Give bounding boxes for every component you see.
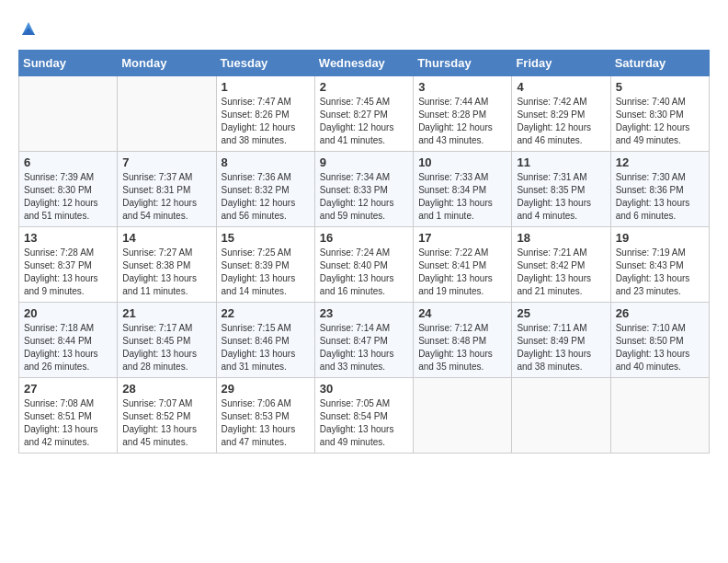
day-number: 13 xyxy=(24,231,112,245)
calendar-day-cell: 14Sunrise: 7:27 AMSunset: 8:38 PMDayligh… xyxy=(118,227,216,303)
day-number: 4 xyxy=(517,80,605,94)
day-info: Sunrise: 7:37 AMSunset: 8:31 PMDaylight:… xyxy=(122,171,210,223)
day-info: Sunrise: 7:40 AMSunset: 8:30 PMDaylight:… xyxy=(616,96,704,147)
day-info: Sunrise: 7:25 AMSunset: 8:39 PMDaylight:… xyxy=(222,247,310,298)
calendar-day-cell: 20Sunrise: 7:18 AMSunset: 8:44 PMDayligh… xyxy=(19,303,118,378)
calendar-table: SundayMondayTuesdayWednesdayThursdayFrid… xyxy=(18,50,710,454)
day-info: Sunrise: 7:24 AMSunset: 8:40 PMDaylight:… xyxy=(320,247,408,298)
weekday-header: Sunday xyxy=(19,51,118,76)
calendar-day-cell: 26Sunrise: 7:10 AMSunset: 8:50 PMDayligh… xyxy=(610,303,709,378)
calendar-day-cell: 8Sunrise: 7:36 AMSunset: 8:32 PMDaylight… xyxy=(216,152,314,227)
weekday-header: Wednesday xyxy=(314,51,413,76)
calendar-day-cell: 4Sunrise: 7:42 AMSunset: 8:29 PMDaylight… xyxy=(512,76,610,152)
calendar-day-cell: 22Sunrise: 7:15 AMSunset: 8:46 PMDayligh… xyxy=(216,303,314,378)
day-info: Sunrise: 7:39 AMSunset: 8:30 PMDaylight:… xyxy=(24,171,112,223)
calendar-day-cell: 16Sunrise: 7:24 AMSunset: 8:40 PMDayligh… xyxy=(314,227,413,303)
day-number: 5 xyxy=(616,80,704,94)
day-number: 25 xyxy=(517,306,605,320)
weekday-header: Tuesday xyxy=(216,51,314,76)
day-number: 26 xyxy=(616,306,704,320)
day-number: 7 xyxy=(122,155,210,169)
weekday-header-row: SundayMondayTuesdayWednesdayThursdayFrid… xyxy=(19,51,710,76)
day-number: 18 xyxy=(517,231,605,245)
calendar-day-cell: 19Sunrise: 7:19 AMSunset: 8:43 PMDayligh… xyxy=(610,227,709,303)
day-info: Sunrise: 7:30 AMSunset: 8:36 PMDaylight:… xyxy=(616,171,704,223)
day-info: Sunrise: 7:08 AMSunset: 8:51 PMDaylight:… xyxy=(24,397,112,449)
calendar-day-cell: 5Sunrise: 7:40 AMSunset: 8:30 PMDaylight… xyxy=(610,76,709,152)
calendar-day-cell xyxy=(118,76,216,152)
calendar-day-cell: 28Sunrise: 7:07 AMSunset: 8:52 PMDayligh… xyxy=(118,378,216,454)
day-number: 30 xyxy=(320,382,408,396)
calendar-day-cell: 25Sunrise: 7:11 AMSunset: 8:49 PMDayligh… xyxy=(512,303,610,378)
day-info: Sunrise: 7:11 AMSunset: 8:49 PMDaylight:… xyxy=(517,322,605,373)
page-header xyxy=(18,18,710,39)
calendar-week-row: 20Sunrise: 7:18 AMSunset: 8:44 PMDayligh… xyxy=(19,303,710,378)
calendar-day-cell: 30Sunrise: 7:05 AMSunset: 8:54 PMDayligh… xyxy=(314,378,413,454)
day-info: Sunrise: 7:21 AMSunset: 8:42 PMDaylight:… xyxy=(517,247,605,298)
calendar-day-cell: 3Sunrise: 7:44 AMSunset: 8:28 PMDaylight… xyxy=(414,76,512,152)
calendar-day-cell: 2Sunrise: 7:45 AMSunset: 8:27 PMDaylight… xyxy=(314,76,413,152)
weekday-header: Friday xyxy=(512,51,610,76)
calendar-week-row: 13Sunrise: 7:28 AMSunset: 8:37 PMDayligh… xyxy=(19,227,710,303)
calendar-day-cell xyxy=(414,378,512,454)
day-info: Sunrise: 7:28 AMSunset: 8:37 PMDaylight:… xyxy=(24,247,112,298)
day-number: 19 xyxy=(616,231,704,245)
day-number: 15 xyxy=(222,231,310,245)
calendar-day-cell xyxy=(610,378,709,454)
weekday-header: Saturday xyxy=(610,51,709,76)
day-info: Sunrise: 7:27 AMSunset: 8:38 PMDaylight:… xyxy=(122,247,210,298)
day-info: Sunrise: 7:33 AMSunset: 8:34 PMDaylight:… xyxy=(418,171,506,223)
day-info: Sunrise: 7:36 AMSunset: 8:32 PMDaylight:… xyxy=(222,171,310,223)
day-number: 24 xyxy=(418,306,506,320)
calendar-day-cell: 29Sunrise: 7:06 AMSunset: 8:53 PMDayligh… xyxy=(216,378,314,454)
day-number: 6 xyxy=(24,155,112,169)
logo xyxy=(18,18,42,39)
calendar-day-cell: 23Sunrise: 7:14 AMSunset: 8:47 PMDayligh… xyxy=(314,303,413,378)
day-number: 22 xyxy=(222,306,310,320)
day-number: 11 xyxy=(517,155,605,169)
day-info: Sunrise: 7:07 AMSunset: 8:52 PMDaylight:… xyxy=(122,397,210,449)
calendar-day-cell: 15Sunrise: 7:25 AMSunset: 8:39 PMDayligh… xyxy=(216,227,314,303)
calendar-day-cell: 21Sunrise: 7:17 AMSunset: 8:45 PMDayligh… xyxy=(118,303,216,378)
day-number: 9 xyxy=(320,155,408,169)
logo-icon xyxy=(18,18,39,39)
day-info: Sunrise: 7:22 AMSunset: 8:41 PMDaylight:… xyxy=(418,247,506,298)
day-info: Sunrise: 7:10 AMSunset: 8:50 PMDaylight:… xyxy=(616,322,704,373)
day-number: 8 xyxy=(222,155,310,169)
day-info: Sunrise: 7:31 AMSunset: 8:35 PMDaylight:… xyxy=(517,171,605,223)
calendar-day-cell: 18Sunrise: 7:21 AMSunset: 8:42 PMDayligh… xyxy=(512,227,610,303)
day-number: 27 xyxy=(24,382,112,396)
calendar-week-row: 1Sunrise: 7:47 AMSunset: 8:26 PMDaylight… xyxy=(19,76,710,152)
day-number: 1 xyxy=(222,80,310,94)
calendar-day-cell xyxy=(19,76,118,152)
weekday-header: Monday xyxy=(118,51,216,76)
day-info: Sunrise: 7:19 AMSunset: 8:43 PMDaylight:… xyxy=(616,247,704,298)
day-info: Sunrise: 7:17 AMSunset: 8:45 PMDaylight:… xyxy=(122,322,210,373)
calendar-day-cell: 7Sunrise: 7:37 AMSunset: 8:31 PMDaylight… xyxy=(118,152,216,227)
day-number: 12 xyxy=(616,155,704,169)
day-number: 28 xyxy=(122,382,210,396)
calendar-week-row: 27Sunrise: 7:08 AMSunset: 8:51 PMDayligh… xyxy=(19,378,710,454)
calendar-day-cell: 10Sunrise: 7:33 AMSunset: 8:34 PMDayligh… xyxy=(414,152,512,227)
day-info: Sunrise: 7:47 AMSunset: 8:26 PMDaylight:… xyxy=(222,96,310,147)
day-number: 3 xyxy=(418,80,506,94)
day-number: 17 xyxy=(418,231,506,245)
calendar-day-cell: 24Sunrise: 7:12 AMSunset: 8:48 PMDayligh… xyxy=(414,303,512,378)
day-number: 29 xyxy=(222,382,310,396)
calendar-day-cell: 27Sunrise: 7:08 AMSunset: 8:51 PMDayligh… xyxy=(19,378,118,454)
calendar-day-cell: 6Sunrise: 7:39 AMSunset: 8:30 PMDaylight… xyxy=(19,152,118,227)
calendar-day-cell: 12Sunrise: 7:30 AMSunset: 8:36 PMDayligh… xyxy=(610,152,709,227)
day-info: Sunrise: 7:05 AMSunset: 8:54 PMDaylight:… xyxy=(320,397,408,449)
calendar-day-cell: 17Sunrise: 7:22 AMSunset: 8:41 PMDayligh… xyxy=(414,227,512,303)
day-info: Sunrise: 7:12 AMSunset: 8:48 PMDaylight:… xyxy=(418,322,506,373)
calendar-day-cell: 1Sunrise: 7:47 AMSunset: 8:26 PMDaylight… xyxy=(216,76,314,152)
calendar-day-cell: 13Sunrise: 7:28 AMSunset: 8:37 PMDayligh… xyxy=(19,227,118,303)
calendar-day-cell: 9Sunrise: 7:34 AMSunset: 8:33 PMDaylight… xyxy=(314,152,413,227)
calendar-day-cell xyxy=(512,378,610,454)
weekday-header: Thursday xyxy=(414,51,512,76)
calendar-day-cell: 11Sunrise: 7:31 AMSunset: 8:35 PMDayligh… xyxy=(512,152,610,227)
day-info: Sunrise: 7:44 AMSunset: 8:28 PMDaylight:… xyxy=(418,96,506,147)
day-number: 16 xyxy=(320,231,408,245)
day-info: Sunrise: 7:06 AMSunset: 8:53 PMDaylight:… xyxy=(222,397,310,449)
day-number: 20 xyxy=(24,306,112,320)
